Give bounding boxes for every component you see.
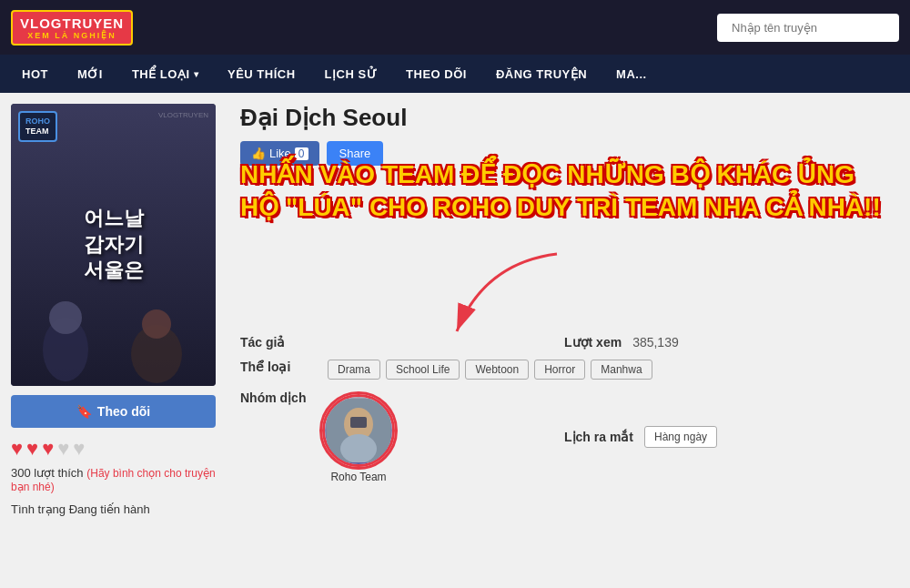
translator-avatar[interactable]: [322, 394, 395, 467]
svg-point-2: [49, 301, 82, 334]
heart-4[interactable]: ♥: [57, 437, 69, 461]
tag-webtoon[interactable]: Webtoon: [465, 360, 529, 380]
bookmark-icon: 🔖: [76, 404, 92, 419]
logo-area: VLOGTRUYEN XEM LÀ NGHIỆN: [11, 10, 133, 46]
watermark: VLOGTRUYEN: [158, 111, 208, 119]
team-badge: ROHO TEAM: [18, 111, 57, 142]
nav-item-yeuthich[interactable]: YÊU THÍCH: [213, 55, 310, 93]
main-content: ROHO TEAM 어느날갑자기서울은 VLOGTRUYEN 🔖 T: [0, 93, 910, 588]
status-row: Tình trạng Đang tiến hành: [11, 502, 229, 516]
genre-tags: Drama School Life Webtoon Horror Manhwa: [328, 360, 652, 380]
navigation: HOT MỚI THỂ LOẠI ▾ YÊU THÍCH LỊCH SỬ THE…: [0, 55, 910, 93]
tag-drama[interactable]: Drama: [328, 360, 380, 380]
nav-item-theloai[interactable]: THỂ LOẠI ▾: [117, 55, 213, 93]
avatar-image: [327, 399, 390, 462]
author-label: Tác giả: [240, 335, 285, 350]
likes-text: 300 lượt thích (Hãy bình chọn cho truyện…: [11, 466, 229, 493]
follow-button[interactable]: 🔖 Theo dõi: [11, 395, 216, 428]
author-section: Tác giả: [240, 334, 564, 350]
heart-2[interactable]: ♥: [26, 437, 38, 461]
status-value: Đang tiến hành: [69, 502, 150, 516]
tag-horror[interactable]: Horror: [534, 360, 585, 380]
cover-figures: [11, 277, 216, 386]
cover-text: 어느날갑자기서울은: [84, 206, 144, 284]
badge-team: TEAM: [25, 127, 49, 136]
nav-item-moi[interactable]: MỚI: [63, 55, 117, 93]
nav-item-hot[interactable]: HOT: [7, 55, 63, 93]
genre-label: Thể loại: [240, 360, 313, 374]
heart-3[interactable]: ♥: [42, 437, 54, 461]
manga-cover: ROHO TEAM 어느날갑자기서울은 VLOGTRUYEN: [11, 104, 216, 386]
translator-avatar-wrap: [322, 394, 395, 467]
chevron-down-icon: ▾: [194, 69, 199, 79]
info-section: Tác giả Lượt xem 385,139 Thể loại Drama …: [240, 334, 888, 483]
genre-row: Thể loại Drama School Life Webtoon Horro…: [240, 360, 888, 380]
logo-box[interactable]: VLOGTRUYEN XEM LÀ NGHIỆN: [11, 10, 133, 46]
views-value: 385,139: [632, 335, 679, 350]
nav-item-lichsu[interactable]: LỊCH SỬ: [310, 55, 392, 93]
schedule-section: Lịch ra mắt Hàng ngày: [564, 390, 888, 483]
nav-item-dangtruyen[interactable]: ĐĂNG TRUYỆN: [481, 55, 602, 93]
overlay-promotional-text: NHẤN VÀO TEAM ĐỂ ĐỌC NHỮNG BỘ KHÁC ỦNG H…: [240, 158, 899, 225]
search-input[interactable]: [717, 14, 899, 42]
follow-label: Theo dõi: [97, 404, 150, 419]
left-panel: ROHO TEAM 어느날갑자기서울은 VLOGTRUYEN 🔖 T: [11, 104, 229, 577]
schedule-label: Lịch ra mắt: [564, 430, 633, 444]
action-buttons: 👍 Like 0 Share: [240, 141, 888, 166]
likes-count: 300 lượt thích: [11, 466, 84, 480]
like-label: Like: [269, 147, 291, 160]
translator-name: Roho Team: [330, 471, 386, 483]
nav-item-more[interactable]: MA...: [602, 55, 662, 93]
translator-col: Roho Team: [322, 390, 395, 483]
heart-5[interactable]: ♥: [73, 437, 85, 461]
nav-item-theodoi[interactable]: THEO DÕI: [391, 55, 481, 93]
translator-schedule-row: Nhóm dịch: [240, 390, 888, 483]
thumbs-up-icon: 👍: [251, 147, 266, 160]
like-button[interactable]: 👍 Like 0: [240, 141, 319, 166]
hearts-row: ♥ ♥ ♥ ♥ ♥: [11, 437, 229, 461]
svg-point-3: [142, 309, 171, 339]
heart-1[interactable]: ♥: [11, 437, 23, 461]
logo-main: VLOGTRUYEN: [20, 15, 124, 31]
views-section: Lượt xem 385,139: [564, 334, 888, 350]
badge-roho: ROHO: [25, 117, 50, 126]
translator-label: Nhóm dịch: [240, 390, 313, 405]
svg-point-6: [340, 434, 377, 462]
manga-title: Đại Dịch Seoul: [240, 104, 888, 132]
like-count: 0: [295, 147, 308, 160]
tag-schoollife[interactable]: School Life: [386, 360, 460, 380]
svg-rect-7: [350, 417, 367, 428]
logo-sub: XEM LÀ NGHIỆN: [20, 31, 124, 40]
author-views-row: Tác giả Lượt xem 385,139: [240, 334, 888, 350]
schedule-value: Hàng ngày: [644, 426, 717, 448]
header: VLOGTRUYEN XEM LÀ NGHIỆN: [0, 0, 910, 55]
right-panel: Đại Dịch Seoul 👍 Like 0 Share NHẤN VÀO T…: [229, 104, 899, 577]
translator-section: Nhóm dịch: [240, 390, 564, 483]
views-label: Lượt xem: [564, 335, 622, 350]
share-button[interactable]: Share: [327, 141, 384, 166]
tag-manhwa[interactable]: Manhwa: [591, 360, 652, 380]
status-label: Tình trạng: [11, 502, 66, 516]
